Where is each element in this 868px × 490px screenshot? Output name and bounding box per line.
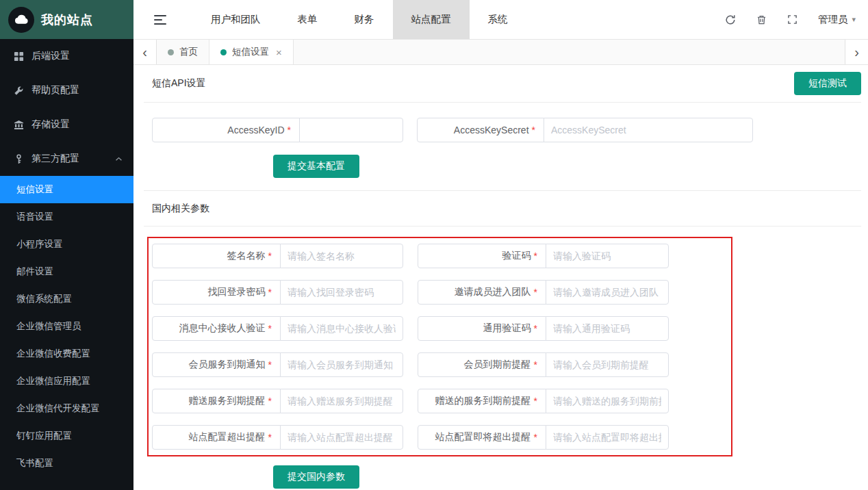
sidebar-subitem-wecom-dev-config[interactable]: 企业微信代开发配置 bbox=[0, 395, 133, 422]
sidebar-subitem-feishu-config[interactable]: 飞书配置 bbox=[0, 450, 133, 477]
field-input[interactable] bbox=[280, 244, 403, 268]
sidebar-subitem-wecom-app-config[interactable]: 企业微信应用配置 bbox=[0, 368, 133, 395]
field-label: AccessKeyID* bbox=[152, 118, 300, 142]
field-label: 站点配置超出提醒* bbox=[152, 425, 281, 450]
sidebar-item-storage-settings[interactable]: 存储设置 bbox=[0, 107, 133, 142]
sidebar-subitem-sms-settings[interactable]: 短信设置 bbox=[0, 176, 133, 203]
sidebar-subitem-wecom-billing-config[interactable]: 企业微信收费配置 bbox=[0, 340, 133, 368]
field-input[interactable] bbox=[546, 316, 669, 341]
form-field: 赠送的服务到期前提醒* bbox=[418, 389, 669, 413]
nav-item-users-teams[interactable]: 用户和团队 bbox=[192, 0, 279, 39]
field-label: 签名名称* bbox=[152, 244, 281, 268]
sidebar-subitem-label: 短信设置 bbox=[16, 183, 53, 196]
user-menu[interactable]: 管理员 ▾ bbox=[818, 13, 856, 26]
field-label-text: AccessKeySecret bbox=[454, 125, 529, 136]
sidebar-subitem-wecom-admin[interactable]: 企业微信管理员 bbox=[0, 313, 133, 340]
key-icon bbox=[14, 154, 24, 164]
accesskeysecret-input[interactable] bbox=[544, 118, 753, 142]
form-field: 站点配置即将超出提醒* bbox=[418, 425, 669, 450]
sidebar-item-label: 存储设置 bbox=[31, 118, 70, 131]
field-label: 通用验证码* bbox=[418, 316, 546, 341]
required-asterisk: * bbox=[268, 432, 272, 443]
field-input[interactable] bbox=[546, 280, 669, 305]
field-input[interactable] bbox=[546, 352, 669, 377]
fullscreen-icon[interactable] bbox=[787, 14, 797, 25]
field-label: 会员服务到期通知* bbox=[152, 352, 281, 377]
required-asterisk: * bbox=[268, 287, 272, 298]
highlighted-form-region: 签名名称* 验证码* 找回登录密码* 邀请成员进入团队* bbox=[147, 237, 732, 456]
required-asterisk: * bbox=[534, 396, 537, 407]
sidebar-subitem-label: 微信系统配置 bbox=[16, 293, 72, 305]
accesskeyid-input[interactable] bbox=[299, 118, 403, 142]
field-label-text: 会员到期前提醒 bbox=[464, 359, 531, 371]
sidebar-subitem-dingtalk-app-config[interactable]: 钉钉应用配置 bbox=[0, 422, 133, 450]
sidebar-item-third-party-config[interactable]: 第三方配置 bbox=[0, 142, 133, 176]
field-label-text: 消息中心接收人验证 bbox=[179, 322, 266, 335]
nav-item-finance[interactable]: 财务 bbox=[336, 0, 393, 39]
sidebar-subitem-miniprogram-settings[interactable]: 小程序设置 bbox=[0, 231, 133, 258]
trash-icon[interactable] bbox=[756, 14, 767, 25]
tab-home[interactable]: 首页 bbox=[157, 40, 209, 64]
nav-item-label: 用户和团队 bbox=[211, 13, 261, 26]
sidebar-subitem-label: 邮件设置 bbox=[16, 266, 53, 278]
field-label: 邀请成员进入团队* bbox=[418, 280, 546, 305]
sidebar-item-help-page-config[interactable]: 帮助页配置 bbox=[0, 73, 133, 107]
sidebar-item-backend-settings[interactable]: 后端设置 bbox=[0, 39, 133, 73]
page-content: 短信API设置 短信测试 AccessKeyID* AccessKeySecre… bbox=[133, 65, 868, 490]
tab-label: 短信设置 bbox=[232, 46, 269, 58]
submit-basic-config-button[interactable]: 提交基本配置 bbox=[273, 155, 359, 178]
sidebar-item-label: 后端设置 bbox=[31, 50, 70, 62]
required-asterisk: * bbox=[288, 125, 291, 136]
tab-scroll-right-button[interactable]: › bbox=[845, 40, 868, 64]
caret-down-icon: ▾ bbox=[852, 15, 856, 24]
tab-dot-icon bbox=[220, 49, 227, 55]
logo: 我的站点 bbox=[0, 0, 133, 39]
field-input[interactable] bbox=[280, 425, 403, 450]
cloud-logo-icon bbox=[8, 7, 34, 33]
nav-item-forms[interactable]: 表单 bbox=[279, 0, 336, 39]
form-field: 找回登录密码* bbox=[152, 280, 404, 305]
section-title: 国内相关参数 bbox=[152, 203, 209, 215]
field-label: 站点配置即将超出提醒* bbox=[418, 425, 546, 450]
field-input[interactable] bbox=[280, 352, 403, 377]
nav-item-site-config[interactable]: 站点配置 bbox=[393, 0, 470, 39]
field-input[interactable] bbox=[546, 244, 669, 268]
close-icon[interactable]: × bbox=[276, 47, 282, 57]
field-input[interactable] bbox=[280, 389, 403, 413]
menu-collapse-icon[interactable] bbox=[154, 15, 166, 25]
form-field: 通用验证码* bbox=[418, 316, 669, 341]
app-window: 我的站点 后端设置 帮助页配置 存储设置 第三方配置 bbox=[0, 0, 868, 490]
tab-scroll-left-button[interactable]: ‹ bbox=[133, 40, 157, 64]
sidebar-subitem-wechat-system-config[interactable]: 微信系统配置 bbox=[0, 285, 133, 313]
tab-dot-icon bbox=[168, 49, 174, 55]
form-field: 验证码* bbox=[418, 244, 669, 268]
sidebar-subitem-mail-settings[interactable]: 邮件设置 bbox=[0, 258, 133, 285]
main-area: 用户和团队 表单 财务 站点配置 系统 管理员 ▾ bbox=[133, 0, 868, 490]
field-label-text: 通用验证码 bbox=[483, 322, 531, 335]
sms-test-button[interactable]: 短信测试 bbox=[794, 72, 861, 95]
field-input[interactable] bbox=[280, 316, 403, 341]
form-field: 签名名称* bbox=[152, 244, 404, 268]
field-input[interactable] bbox=[280, 280, 403, 305]
form-field: 站点配置超出提醒* bbox=[152, 425, 404, 450]
tab-bar: ‹ 首页 短信设置 × › bbox=[133, 39, 868, 65]
submit-domestic-params-button[interactable]: 提交国内参数 bbox=[273, 465, 359, 489]
field-label: 找回登录密码* bbox=[152, 280, 281, 305]
sidebar-subitem-label: 企业微信应用配置 bbox=[16, 375, 90, 387]
form-field: 赠送服务到期提醒* bbox=[152, 389, 404, 413]
required-asterisk: * bbox=[268, 396, 272, 407]
sidebar-subitem-label: 企业微信代开发配置 bbox=[16, 402, 100, 415]
sidebar-subitem-voice-settings[interactable]: 语音设置 bbox=[0, 203, 133, 231]
field-label-text: AccessKeyID bbox=[227, 125, 284, 136]
field-input[interactable] bbox=[546, 389, 669, 413]
field-label: 会员到期前提醒* bbox=[418, 352, 546, 377]
field-label-text: 赠送服务到期提醒 bbox=[189, 395, 266, 407]
user-name: 管理员 bbox=[818, 13, 848, 26]
field-label: 赠送服务到期提醒* bbox=[152, 389, 281, 413]
sidebar-item-label: 第三方配置 bbox=[31, 153, 79, 165]
tab-sms-settings[interactable]: 短信设置 × bbox=[209, 40, 294, 64]
nav-item-system[interactable]: 系统 bbox=[470, 0, 526, 39]
refresh-icon[interactable] bbox=[725, 14, 736, 25]
field-input[interactable] bbox=[546, 425, 669, 450]
required-asterisk: * bbox=[268, 250, 272, 261]
